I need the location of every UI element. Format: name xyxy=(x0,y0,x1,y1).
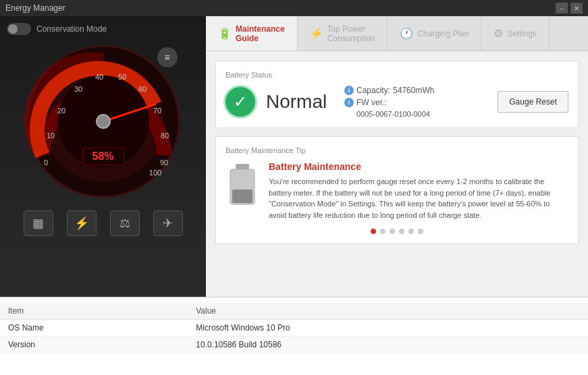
maintenance-tip-heading: Battery Maintenance xyxy=(269,161,568,172)
capacity-label: Capacity: xyxy=(356,86,390,95)
svg-text:100: 100 xyxy=(149,169,161,177)
col-item: Item xyxy=(0,303,188,320)
battery-svg xyxy=(229,164,256,207)
tab-maintenance-guide-label: MaintenanceGuide xyxy=(236,24,285,43)
dot-5[interactable] xyxy=(408,229,414,234)
battery-status-button[interactable]: ▦ xyxy=(24,210,53,236)
dot-indicators xyxy=(225,229,568,234)
conservation-toggle-switch[interactable] xyxy=(7,23,31,35)
tab-settings[interactable]: ⚙ Settings xyxy=(481,16,549,51)
svg-text:20: 20 xyxy=(57,107,65,115)
maintenance-tip-body: You're recommended to perform gauge rese… xyxy=(269,176,568,221)
gauge-reset-button[interactable]: Gauge Reset xyxy=(498,91,568,113)
tab-top-power-label: Top PowerConsumption xyxy=(327,24,375,43)
svg-text:80: 80 xyxy=(160,132,168,140)
maintenance-guide-icon: 🔋 xyxy=(218,27,232,40)
left-panel: Conservation Mode 0 10 xyxy=(0,16,206,297)
battery-status-title: Battery Status xyxy=(225,71,568,79)
battery-fw-row: i FW ver.: xyxy=(344,98,487,107)
svg-text:10: 10 xyxy=(46,132,54,140)
fw-value: 0005-0067-0100-0004 xyxy=(344,110,487,118)
content-area: Battery Status ✓ Normal i Capacity: 5476… xyxy=(206,51,588,297)
airplane-icon: ✈ xyxy=(163,216,173,231)
svg-rect-16 xyxy=(236,164,249,169)
gauge-container: 0 10 20 30 40 50 60 70 80 90 100 ≡ 58% xyxy=(22,40,184,202)
battery-status-section: Battery Status ✓ Normal i Capacity: 5476… xyxy=(215,61,579,128)
maintenance-content: Battery Maintenance You're recommended t… xyxy=(225,161,568,221)
maintenance-tip-section: Battery Maintenance Tip Battery Maintena… xyxy=(215,136,579,244)
battery-icon: ▦ xyxy=(32,216,44,231)
gauge-svg: 0 10 20 30 40 50 60 70 80 90 100 xyxy=(22,40,184,202)
capacity-value: 54760mWh xyxy=(393,86,434,95)
col-value: Value xyxy=(188,303,588,320)
tab-charging-plan-label: Charging Plan xyxy=(417,29,469,38)
bottom-table-area: Item Value OS NameMicrosoft Windows 10 P… xyxy=(0,297,588,375)
top-power-icon: ⚡ xyxy=(310,27,323,40)
battery-graphic xyxy=(225,161,259,221)
tab-charging-plan[interactable]: 🕐 Charging Plan xyxy=(387,16,481,51)
battery-info: i Capacity: 54760mWh i FW ver.: 0005-006… xyxy=(344,86,487,118)
battery-ok-icon: ✓ xyxy=(225,87,255,117)
dot-1[interactable] xyxy=(371,229,376,234)
system-info-table: Item Value OS NameMicrosoft Windows 10 P… xyxy=(0,303,588,353)
svg-text:90: 90 xyxy=(159,158,167,167)
gauge-percent: 58% xyxy=(82,148,124,165)
gauge-list-button[interactable]: ≡ xyxy=(157,47,178,67)
dot-3[interactable] xyxy=(390,229,395,234)
tab-maintenance-guide[interactable]: 🔋 MaintenanceGuide xyxy=(206,16,298,51)
tabs: 🔋 MaintenanceGuide ⚡ Top PowerConsumptio… xyxy=(206,16,588,51)
right-panel: 🔋 MaintenanceGuide ⚡ Top PowerConsumptio… xyxy=(206,16,588,297)
minimize-button[interactable]: – xyxy=(556,3,568,13)
battery-capacity-row: i Capacity: 54760mWh xyxy=(344,86,487,95)
close-button[interactable]: ✕ xyxy=(570,3,583,13)
svg-text:40: 40 xyxy=(95,73,103,81)
maintenance-tip-title: Battery Maintenance Tip xyxy=(225,146,568,154)
tab-settings-label: Settings xyxy=(507,29,536,38)
airplane-button[interactable]: ✈ xyxy=(153,210,183,236)
svg-text:0: 0 xyxy=(43,158,47,167)
svg-text:30: 30 xyxy=(74,85,82,93)
battery-normal-text: Normal xyxy=(266,91,333,113)
title-bar-controls: – ✕ xyxy=(556,3,583,13)
lightning-icon: ⚡ xyxy=(74,216,89,231)
conservation-label: Conservation Mode xyxy=(36,24,107,34)
balance-icon: ⚖ xyxy=(119,216,130,231)
lightning-button[interactable]: ⚡ xyxy=(67,210,97,236)
fw-info-icon: i xyxy=(344,98,354,107)
balance-button[interactable]: ⚖ xyxy=(110,210,140,236)
capacity-info-icon: i xyxy=(344,86,354,95)
app-title: Energy Manager xyxy=(5,3,65,13)
conservation-toggle-row: Conservation Mode xyxy=(7,23,199,35)
battery-status-row: ✓ Normal i Capacity: 54760mWh i FW ver.:… xyxy=(225,86,568,118)
charging-plan-icon: 🕐 xyxy=(400,27,413,40)
title-bar: Energy Manager – ✕ xyxy=(0,0,588,16)
tab-top-power[interactable]: ⚡ Top PowerConsumption xyxy=(298,16,388,51)
fw-label: FW ver.: xyxy=(356,98,387,107)
svg-text:50: 50 xyxy=(117,73,126,81)
dot-2[interactable] xyxy=(380,229,385,234)
svg-point-4 xyxy=(97,115,110,128)
table-row: OS NameMicrosoft Windows 10 Pro xyxy=(0,320,588,337)
svg-rect-18 xyxy=(232,190,252,203)
dot-4[interactable] xyxy=(399,229,404,234)
bottom-icons: ▦ ⚡ ⚖ ✈ xyxy=(24,210,183,236)
dot-6[interactable] xyxy=(418,229,423,234)
list-icon: ≡ xyxy=(164,52,169,63)
table-row: Version10.0.10586 Build 10586 xyxy=(0,337,588,353)
svg-text:60: 60 xyxy=(138,85,146,93)
svg-text:70: 70 xyxy=(153,107,161,115)
maintenance-text-area: Battery Maintenance You're recommended t… xyxy=(269,161,568,221)
settings-icon: ⚙ xyxy=(493,27,503,40)
main-layout: Conservation Mode 0 10 xyxy=(0,16,588,297)
